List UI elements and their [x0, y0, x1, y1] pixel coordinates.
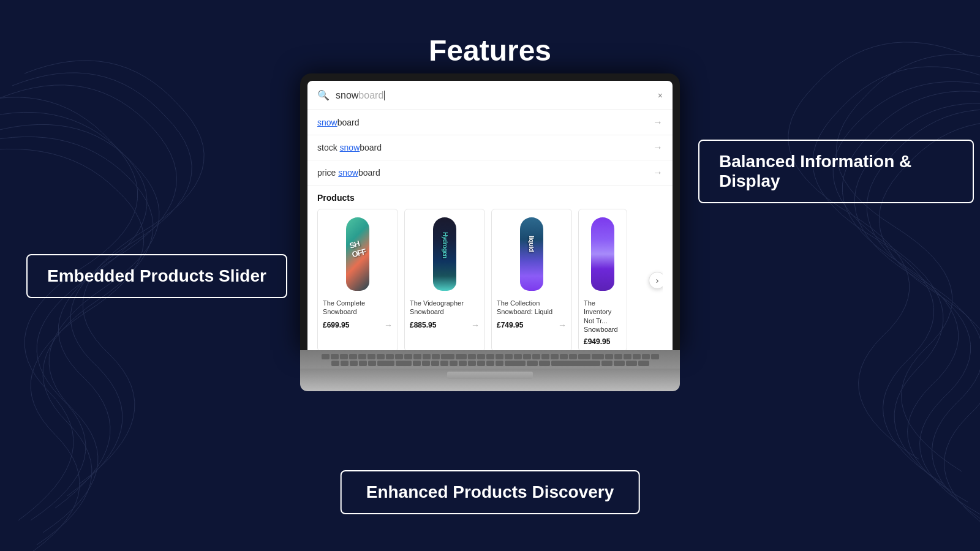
arrow-icon: →: [653, 142, 663, 153]
product-image-4: [584, 214, 622, 294]
embedded-products-slider-label: Embedded Products Slider: [26, 254, 287, 298]
laptop-mockup: 🔍 snowboard × snowboard → stock snowboar…: [300, 73, 680, 391]
search-ui: 🔍 snowboard × snowboard → stock snowboar…: [307, 81, 673, 350]
product-price-3: £749.95 →: [497, 320, 567, 330]
suggestion-highlight: snow: [340, 143, 360, 152]
search-text-board: board: [358, 90, 383, 100]
laptop-screen: 🔍 snowboard × snowboard → stock snowboar…: [307, 81, 673, 350]
search-icon: 🔍: [317, 89, 330, 101]
page-title: Features: [0, 34, 980, 67]
product-name-2: The Videographer Snowboard: [410, 299, 480, 317]
product-card-2[interactable]: Hydrogen The Videographer Snowboard £885…: [404, 209, 485, 350]
product-image-3: liquid: [497, 214, 567, 294]
cursor: [384, 91, 385, 100]
suggestion-snowboard[interactable]: snowboard →: [307, 110, 673, 135]
suggestion-text: price snowboard: [317, 168, 380, 178]
search-input[interactable]: snowboard: [336, 90, 652, 101]
laptop-foot: [300, 384, 680, 391]
product-image-1: SHOFF: [323, 214, 393, 294]
screen-bezel: 🔍 snowboard × snowboard → stock snowboar…: [300, 73, 680, 350]
search-text-snow: snow: [336, 90, 358, 100]
product-name-4: The Inventory Not Tr... Snowboard: [584, 299, 622, 334]
search-bar[interactable]: 🔍 snowboard ×: [307, 81, 673, 110]
products-section: Products SHOFF The Complete Snowboard: [307, 186, 673, 350]
keyboard-keys: [318, 354, 662, 366]
products-slider: SHOFF The Complete Snowboard £699.95 →: [317, 209, 663, 350]
product-name-1: The Complete Snowboard: [323, 299, 393, 317]
arrow-icon: →: [653, 117, 663, 128]
product-price-2: £885.95 →: [410, 320, 480, 330]
snowboard-image-videographer: Hydrogen: [433, 217, 456, 291]
product-name-3: The Collection Snowboard: Liquid: [497, 299, 567, 317]
suggestion-text: stock snowboard: [317, 143, 382, 152]
suggestion-text: snowboard: [317, 118, 360, 127]
snowboard-image-inventory: [591, 217, 614, 291]
price-arrow-icon: →: [558, 320, 567, 330]
suggestion-highlight: snow: [338, 168, 358, 178]
suggestion-highlight: snow: [317, 118, 337, 127]
enhanced-products-discovery-label: Enhanced Products Discovery: [341, 470, 640, 514]
suggestion-stock-snowboard[interactable]: stock snowboard →: [307, 135, 673, 160]
suggestion-price-snowboard[interactable]: price snowboard →: [307, 160, 673, 186]
trackpad-area: [300, 369, 680, 384]
price-arrow-icon: →: [471, 320, 480, 330]
product-image-2: Hydrogen: [410, 214, 480, 294]
arrow-icon: →: [653, 167, 663, 178]
trackpad[interactable]: [447, 372, 533, 379]
product-price-4: £949.95: [584, 337, 622, 346]
close-icon[interactable]: ×: [658, 91, 663, 100]
product-card-1[interactable]: SHOFF The Complete Snowboard £699.95 →: [317, 209, 398, 350]
product-price-1: £699.95 →: [323, 320, 393, 330]
slider-next-button[interactable]: ›: [649, 272, 663, 289]
product-card-4[interactable]: The Inventory Not Tr... Snowboard £949.9…: [578, 209, 627, 350]
product-card-3[interactable]: liquid The Collection Snowboard: Liquid …: [491, 209, 572, 350]
balanced-information-label: Balanced Information & Display: [698, 140, 974, 203]
price-arrow-icon: →: [384, 320, 393, 330]
snowboard-image-complete: SHOFF: [346, 217, 369, 291]
keyboard-area: [300, 350, 680, 369]
snowboard-image-collection: liquid: [520, 217, 543, 291]
products-label: Products: [317, 193, 663, 203]
